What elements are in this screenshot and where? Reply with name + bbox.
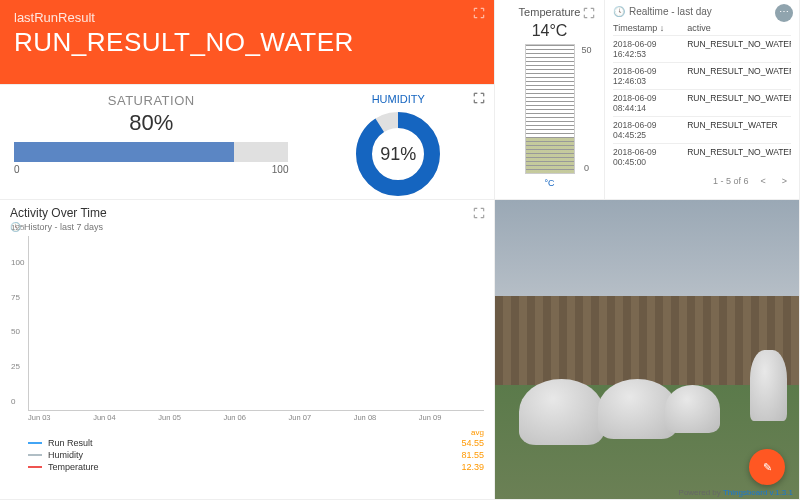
menu-icon[interactable]: ⋯ — [775, 4, 793, 22]
banner-sub: lastRunResult — [14, 10, 480, 25]
prev-page-button[interactable]: < — [756, 174, 769, 188]
table-row[interactable]: 2018-06-0904:45:25RUN_RESULT_WATER — [613, 116, 791, 143]
last-run-banner: lastRunResult RUN_RESULT_NO_WATER — [0, 0, 495, 85]
saturation-value: 80% — [14, 110, 288, 136]
humidity-value: 91% — [380, 144, 416, 165]
expand-icon[interactable] — [582, 6, 596, 20]
activity-card: Activity Over Time 🕓History - last 7 day… — [0, 200, 495, 500]
legend-item: Temperature12.39 — [28, 461, 484, 473]
thingsboard-link[interactable]: Thingsboard v.1.3.1 — [723, 488, 793, 497]
footer: Powered by Thingsboard v.1.3.1 — [679, 488, 793, 497]
saturation-bar — [14, 142, 288, 162]
expand-icon[interactable] — [472, 91, 486, 105]
expand-icon[interactable] — [472, 6, 486, 20]
expand-icon[interactable] — [472, 206, 486, 220]
realtime-card: ⋯ 🕓 Realtime - last day Timestamp ↓ acti… — [605, 0, 800, 200]
humidity-title: HUMIDITY — [312, 93, 484, 105]
activity-chart: 0255075100125 — [28, 236, 484, 411]
photo-card: ✎ Powered by Thingsboard v.1.3.1 — [495, 200, 800, 500]
pager: 1 - 5 of 6 < > — [613, 174, 791, 188]
temperature-card: Temperature 14°C 500 °C — [495, 0, 605, 200]
table-row[interactable]: 2018-06-0912:46:03RUN_RESULT_NO_WATER — [613, 62, 791, 89]
table-row[interactable]: 2018-06-0908:44:14RUN_RESULT_NO_WATER — [613, 89, 791, 116]
banner-main: RUN_RESULT_NO_WATER — [14, 27, 480, 58]
table-row[interactable]: 2018-06-0916:42:53RUN_RESULT_NO_WATER — [613, 35, 791, 62]
thermometer: 500 — [525, 44, 575, 174]
legend-item: Humidity81.55 — [28, 449, 484, 461]
clock-icon: 🕓 — [613, 6, 625, 17]
saturation-title: SATURATION — [14, 93, 288, 108]
legend: avg Run Result54.55Humidity81.55Temperat… — [28, 428, 484, 473]
activity-title: Activity Over Time — [10, 206, 484, 220]
table-row[interactable]: 2018-06-0900:45:00RUN_RESULT_NO_WATER — [613, 143, 791, 170]
next-page-button[interactable]: > — [778, 174, 791, 188]
humidity-donut: 91% — [353, 109, 443, 199]
temperature-unit: °C — [503, 178, 596, 188]
pencil-icon: ✎ — [763, 461, 772, 474]
saturation-card: SATURATION 80% 0100 — [0, 85, 302, 199]
temperature-value: 14°C — [503, 22, 596, 40]
realtime-header: 🕓 Realtime - last day — [613, 6, 791, 17]
edit-fab[interactable]: ✎ — [749, 449, 785, 485]
legend-item: Run Result54.55 — [28, 437, 484, 449]
sort-down-icon[interactable]: ↓ — [660, 23, 665, 33]
humidity-card: HUMIDITY 91% — [302, 85, 494, 199]
